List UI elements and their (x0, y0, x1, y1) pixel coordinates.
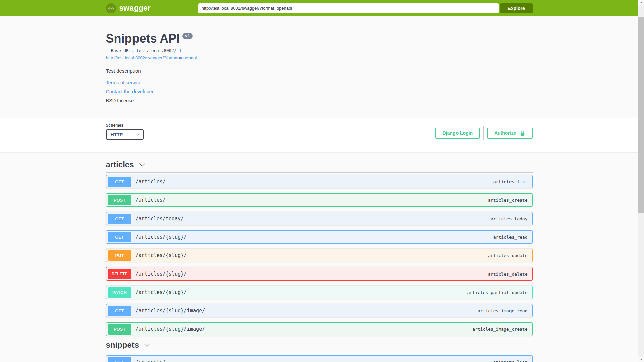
operation-row[interactable]: GET /articles/today/ articles_today (106, 212, 533, 225)
scheme-selected-value: HTTP (111, 132, 123, 137)
operation-row[interactable]: POST /articles/{slug}/image/ articles_im… (106, 322, 533, 336)
method-badge: POST (108, 195, 131, 205)
contact-developer-link[interactable]: Contact the developer (106, 89, 154, 94)
endpoint-path: /articles/{slug}/ (136, 234, 187, 240)
operation-id: articles_create (488, 198, 527, 203)
method-badge: GET (108, 306, 131, 316)
method-badge: GET (108, 232, 131, 242)
auth-wrapper: Django Login Authorize (435, 126, 533, 140)
operation-row[interactable]: PUT /articles/{slug}/ articles_update (106, 249, 533, 262)
tag-section-header[interactable]: snippets (106, 341, 533, 353)
operation-row[interactable]: DELETE /articles/{slug}/ articles_delete (106, 267, 533, 281)
operation-row[interactable]: POST /articles/ articles_create (106, 193, 533, 207)
endpoint-path: /articles/{slug}/ (136, 289, 187, 295)
operation-id: articles_image_read (478, 308, 528, 313)
scrollbar-thumb[interactable] (638, 17, 644, 213)
operation-row[interactable]: GET /articles/{slug}/ articles_read (106, 230, 533, 244)
scrollbar-down-button[interactable] (638, 356, 644, 362)
api-tag-section: snippets GET /snippets/ snippets_list (106, 341, 533, 362)
method-badge: PATCH (108, 287, 131, 298)
method-badge: GET (108, 214, 131, 224)
django-login-button[interactable]: Django Login (435, 128, 480, 139)
operation-id: articles_update (488, 253, 527, 258)
scrollbar[interactable] (638, 0, 644, 362)
explore-button[interactable]: Explore (500, 3, 533, 13)
operation-id: articles_read (493, 235, 528, 240)
api-title-text: Snippets API (106, 32, 180, 45)
operation-row[interactable]: PATCH /articles/{slug}/ articles_partial… (106, 286, 533, 299)
operation-row[interactable]: GET /articles/{slug}/image/ articles_ima… (106, 304, 533, 317)
scrollbar-up-button[interactable] (638, 0, 644, 6)
operations-group: GET /snippets/ snippets_list (106, 355, 533, 362)
endpoint-path: /articles/{slug}/image/ (136, 326, 205, 332)
endpoint-path: /articles/{slug}/image/ (136, 308, 205, 314)
authorize-label: Authorize (494, 130, 516, 136)
scroll-up-icon (640, 1, 643, 4)
method-badge: GET (108, 357, 131, 362)
endpoint-path: /articles/{slug}/ (136, 271, 187, 277)
button-divider (483, 126, 484, 140)
api-tag-section: articles GET /articles/ articles_list PO… (106, 161, 533, 336)
tag-title: articles (106, 161, 134, 169)
swagger-brand-link[interactable]: {···} swagger (106, 3, 151, 13)
operations-group: GET /articles/ articles_list POST /artic… (106, 175, 533, 336)
schemes-label: Schemes (106, 123, 144, 128)
method-badge: POST (108, 324, 131, 335)
swagger-logo-icon: {···} (106, 3, 116, 13)
terms-of-service-link[interactable]: Terms of service (106, 80, 142, 85)
method-badge: GET (108, 177, 131, 187)
explore-form: Explore (198, 3, 533, 13)
method-badge: PUT (108, 250, 131, 261)
endpoint-path: /articles/ (136, 197, 166, 203)
endpoint-path: /articles/{slug}/ (136, 252, 187, 258)
spec-url-input[interactable] (198, 3, 499, 13)
operation-id: articles_today (491, 216, 528, 221)
api-description: Test description (106, 68, 533, 74)
page-title: Snippets APIv1 (106, 32, 533, 45)
scheme-container: Schemes HTTP Django Login Authorize (0, 118, 638, 152)
chevron-down-icon (144, 342, 150, 348)
operation-id: articles_partial_update (467, 290, 527, 295)
operation-id: snippets_list (493, 360, 528, 362)
topbar: {···} swagger Explore (0, 0, 638, 16)
api-info-section: Snippets APIv1 [ Base URL: test.local:80… (0, 16, 638, 118)
scroll-down-icon (640, 358, 643, 361)
brand-text: swagger (119, 4, 151, 13)
license-text: BSD License (106, 98, 533, 103)
endpoint-path: /articles/today/ (136, 216, 184, 222)
method-badge: DELETE (108, 269, 131, 279)
spec-url-link[interactable]: http://test.local:8002/swagger/?format=o… (106, 55, 197, 60)
chevron-down-icon (139, 161, 146, 168)
chevron-down-icon (136, 132, 140, 137)
operation-row[interactable]: GET /snippets/ snippets_list (106, 355, 533, 362)
version-badge: v1 (182, 33, 192, 39)
operations-list: articles GET /articles/ articles_list PO… (106, 152, 533, 362)
tag-title: snippets (106, 341, 139, 349)
operation-id: articles_list (493, 179, 528, 184)
authorize-button[interactable]: Authorize (487, 128, 533, 139)
unlock-icon (520, 130, 525, 136)
base-url-text: [ Base URL: test.local:8002/ ] (106, 48, 533, 53)
tag-section-header[interactable]: articles (106, 161, 533, 173)
schemes-block: Schemes HTTP (106, 123, 144, 140)
operation-row[interactable]: GET /articles/ articles_list (106, 175, 533, 188)
endpoint-path: /snippets/ (136, 359, 166, 362)
braces-glyph: {···} (108, 6, 113, 10)
endpoint-path: /articles/ (136, 179, 166, 185)
scheme-select[interactable]: HTTP (106, 129, 144, 140)
swagger-ui-page: {···} swagger Explore Snippets APIv1 [ B… (0, 0, 638, 362)
operation-id: articles_delete (488, 272, 527, 277)
operation-id: articles_image_create (472, 327, 527, 332)
